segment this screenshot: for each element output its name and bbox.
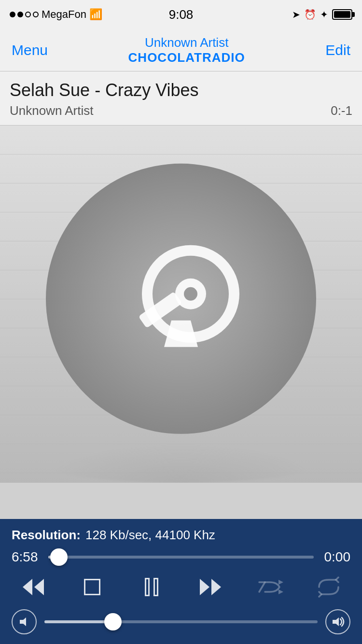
svg-marker-9	[278, 580, 283, 585]
svg-marker-8	[211, 579, 221, 595]
signal-dot-2	[17, 12, 23, 17]
controls-row	[12, 573, 350, 602]
location-icon: ➤	[292, 9, 300, 20]
bluetooth-icon: ✦	[320, 9, 328, 20]
volume-max-button[interactable]	[325, 609, 350, 634]
shuffle-button[interactable]	[253, 573, 287, 602]
volume-thumb[interactable]	[104, 613, 122, 630]
status-bar: MegaFon 📶 9:08 ➤ ⏰ ✦	[0, 0, 362, 29]
svg-marker-11	[20, 617, 26, 626]
svg-marker-12	[333, 617, 339, 626]
status-right: ➤ ⏰ ✦	[292, 9, 352, 20]
status-time: 9:08	[169, 7, 194, 22]
album-art-container	[0, 126, 362, 483]
volume-high-icon	[331, 615, 345, 629]
volume-low-icon	[17, 615, 31, 629]
volume-track[interactable]	[44, 620, 318, 623]
svg-marker-6	[34, 579, 44, 595]
signal-dot-3	[25, 12, 31, 17]
edit-button[interactable]: Edit	[325, 42, 350, 58]
rewind-button[interactable]	[16, 573, 50, 602]
pause-icon	[145, 578, 158, 596]
remaining-time: 0:00	[321, 549, 350, 565]
track-info: Selah Sue - Crazy Vibes Unknown Artist 0…	[0, 71, 362, 126]
nav-bar: Menu Unknown Artist CHOCOLATRADIO Edit	[0, 29, 362, 71]
forward-icon	[196, 575, 225, 599]
pause-button[interactable]	[135, 573, 168, 602]
player-controls: Resolution: 128 Kb/sec, 44100 Khz 6:58 0…	[0, 519, 362, 644]
volume-row	[12, 609, 350, 634]
menu-button[interactable]: Menu	[12, 42, 48, 58]
svg-marker-5	[23, 579, 32, 595]
progress-thumb[interactable]	[50, 548, 68, 566]
signal-dots	[10, 12, 39, 17]
stop-button[interactable]	[75, 573, 109, 602]
shuffle-icon	[255, 575, 284, 599]
resolution-bar: Resolution: 128 Kb/sec, 44100 Khz	[12, 528, 350, 543]
elapsed-time: 6:58	[12, 549, 41, 565]
resolution-value: 128 Kb/sec, 44100 Khz	[85, 528, 215, 543]
battery-fill	[334, 11, 350, 18]
pause-bar-left	[145, 578, 150, 596]
nav-center: Unknown Artist CHOCOLATRADIO	[128, 35, 245, 65]
progress-row: 6:58 0:00	[12, 549, 350, 565]
repeat-button[interactable]	[312, 573, 346, 602]
wifi-icon: 📶	[89, 8, 102, 21]
carrier-name: MegaFon	[42, 8, 86, 21]
alarm-icon: ⏰	[304, 9, 316, 20]
progress-track[interactable]	[48, 556, 314, 559]
svg-marker-10	[278, 589, 283, 594]
volume-min-button[interactable]	[12, 609, 37, 634]
rewind-icon	[19, 575, 48, 599]
status-left: MegaFon 📶	[10, 8, 102, 21]
stop-icon	[84, 579, 100, 595]
svg-marker-7	[200, 579, 209, 595]
forward-button[interactable]	[194, 573, 227, 602]
track-title: Selah Sue - Crazy Vibes	[10, 80, 352, 100]
nav-station: CHOCOLATRADIO	[128, 50, 245, 65]
svg-point-2	[184, 287, 197, 301]
signal-dot-4	[33, 12, 39, 17]
signal-dot-1	[10, 12, 15, 17]
resolution-label: Resolution:	[12, 528, 81, 543]
track-duration: 0:-1	[331, 103, 352, 118]
vinyl-reflection	[46, 444, 316, 483]
vinyl-disc	[46, 164, 316, 434]
track-meta: Unknown Artist 0:-1	[10, 103, 352, 118]
battery-icon	[332, 9, 352, 20]
vinyl-icon	[113, 231, 249, 366]
svg-marker-4	[164, 321, 198, 347]
pause-bar-right	[153, 578, 158, 596]
track-artist: Unknown Artist	[10, 103, 93, 118]
nav-artist: Unknown Artist	[145, 35, 228, 50]
repeat-icon	[314, 575, 343, 599]
